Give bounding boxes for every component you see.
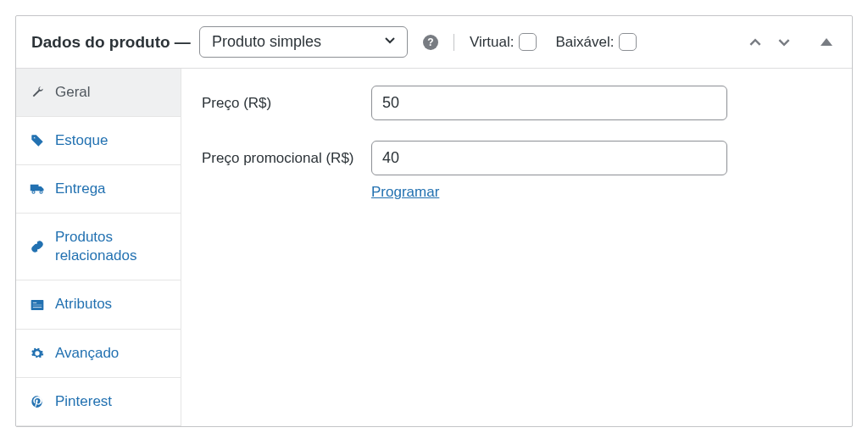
downloadable-checkbox[interactable]	[619, 33, 637, 51]
tab-pinterest[interactable]: Pinterest	[16, 378, 181, 426]
svg-point-1	[32, 191, 35, 193]
gear-icon	[30, 347, 45, 360]
price-row: Preço (R$)	[202, 86, 832, 120]
product-type-select[interactable]: Produto simples	[199, 26, 408, 58]
virtual-option[interactable]: Virtual:	[470, 33, 537, 51]
downloadable-option[interactable]: Baixável:	[555, 33, 637, 51]
sale-price-row: Preço promocional (R$)	[202, 141, 832, 175]
tab-label: Pinterest	[55, 392, 112, 411]
schedule-link[interactable]: Programar	[371, 184, 439, 200]
tab-label: Estoque	[55, 131, 108, 150]
pinterest-icon	[30, 395, 45, 408]
downloadable-label: Baixável:	[555, 34, 614, 51]
panel-header: Dados do produto — Produto simples ? Vir…	[16, 16, 852, 69]
svg-point-2	[40, 191, 42, 193]
move-down-button[interactable]	[774, 32, 794, 53]
separator	[453, 34, 454, 51]
move-up-button[interactable]	[745, 32, 765, 53]
schedule-row: Programar	[371, 184, 832, 201]
triangle-up-icon	[821, 38, 832, 46]
tab-label: Geral	[55, 83, 91, 102]
tab-label: Avançado	[55, 344, 119, 363]
price-label: Preço (R$)	[202, 95, 371, 112]
tab-inventory[interactable]: Estoque	[16, 117, 181, 165]
link-icon	[30, 240, 45, 253]
panel-title: Dados do produto —	[31, 33, 191, 52]
tabs-sidebar: Geral Estoque Entrega Produtos relaciona…	[16, 69, 181, 426]
tag-icon	[30, 134, 45, 147]
tab-shipping[interactable]: Entrega	[16, 165, 181, 214]
tab-attributes[interactable]: Atributos	[16, 280, 181, 329]
tab-label: Produtos relacionados	[55, 228, 167, 265]
svg-rect-5	[33, 304, 42, 305]
svg-point-0	[34, 137, 36, 139]
sale-price-input[interactable]	[371, 141, 727, 175]
panel-body: Geral Estoque Entrega Produtos relaciona…	[16, 69, 852, 426]
truck-icon	[30, 183, 45, 195]
wrench-icon	[30, 86, 45, 99]
product-data-panel: Dados do produto — Produto simples ? Vir…	[15, 15, 853, 427]
chevron-down-icon	[383, 33, 397, 51]
tab-advanced[interactable]: Avançado	[16, 330, 181, 378]
tab-linked-products[interactable]: Produtos relacionados	[16, 214, 181, 280]
svg-rect-6	[33, 307, 42, 308]
virtual-checkbox[interactable]	[519, 33, 537, 51]
collapse-toggle[interactable]	[816, 32, 837, 53]
general-tab-content: Preço (R$) Preço promocional (R$) Progra…	[181, 69, 852, 426]
tab-label: Atributos	[55, 295, 112, 314]
svg-rect-4	[33, 302, 37, 302]
product-type-value: Produto simples	[212, 33, 321, 51]
sale-price-label: Preço promocional (R$)	[202, 150, 371, 167]
tab-label: Entrega	[55, 180, 106, 198]
virtual-label: Virtual:	[470, 34, 515, 51]
list-icon	[30, 299, 45, 311]
price-input[interactable]	[371, 86, 727, 120]
tab-general[interactable]: Geral	[16, 69, 181, 117]
help-icon[interactable]: ?	[423, 35, 438, 50]
